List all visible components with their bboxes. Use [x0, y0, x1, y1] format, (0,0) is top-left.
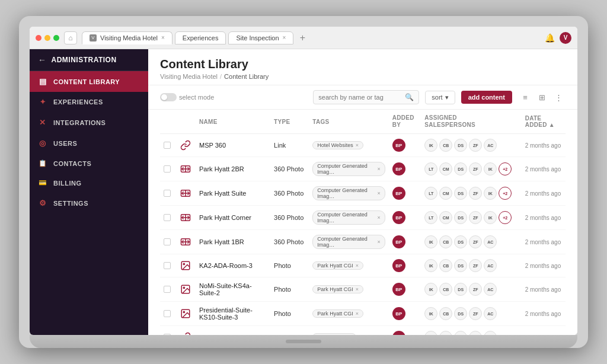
row-name[interactable]: Park Hyatt 1BR	[196, 230, 270, 254]
compact-view-button[interactable]: ⋮	[551, 90, 566, 104]
salesperson-avatar[interactable]: LT	[424, 187, 437, 200]
salesperson-avatar[interactable]: IK	[424, 139, 437, 152]
salesperson-avatar[interactable]: ZF	[469, 139, 482, 152]
salesperson-avatar[interactable]: ZF	[469, 211, 482, 224]
salesperson-avatar[interactable]: LT	[424, 211, 437, 224]
row-checkbox[interactable]	[164, 142, 171, 149]
row-name[interactable]: MSP 360	[196, 134, 270, 157]
sidebar-item-billing[interactable]: 💳 BILLING	[30, 173, 148, 193]
add-content-button[interactable]: add content	[461, 91, 512, 104]
row-name[interactable]: Register for Info!	[196, 326, 270, 336]
row-checkbox[interactable]	[164, 262, 171, 269]
row-name[interactable]: KA2-ADA-Room-3	[196, 254, 270, 277]
salesperson-avatar[interactable]: IK	[424, 235, 437, 248]
salesperson-avatar[interactable]: DS	[454, 235, 467, 248]
list-view-button[interactable]: ≡	[518, 90, 532, 104]
sidebar-item-experiences[interactable]: ✦ EXPERIENCES	[30, 92, 148, 112]
row-name[interactable]: Presidential-Suite-KS10-Suite-3	[196, 302, 270, 326]
grid-view-button[interactable]: ⊞	[535, 90, 549, 104]
salesperson-avatar[interactable]: ZF	[469, 235, 482, 248]
row-checkbox[interactable]	[164, 334, 171, 335]
row-checkbox[interactable]	[164, 238, 171, 245]
salesperson-avatar[interactable]: AC	[484, 283, 497, 296]
salesperson-avatar[interactable]: ZF	[469, 259, 482, 272]
back-icon[interactable]: ←	[38, 55, 47, 65]
salesperson-avatar[interactable]: CB	[439, 259, 452, 272]
salesperson-more[interactable]: +2	[499, 211, 512, 224]
tab-site-inspection[interactable]: Site Inspection ×	[228, 31, 293, 44]
salesperson-more[interactable]: +2	[499, 187, 512, 200]
new-tab-button[interactable]: +	[296, 31, 309, 44]
tag-remove-icon[interactable]: ×	[356, 142, 359, 148]
user-avatar-icon[interactable]: V	[560, 32, 571, 44]
sort-button[interactable]: sort ▾	[425, 91, 455, 104]
row-checkbox[interactable]	[164, 310, 171, 317]
salesperson-avatar[interactable]: CB	[439, 235, 452, 248]
salesperson-avatar[interactable]: CM	[439, 162, 452, 175]
salesperson-avatar[interactable]: IK	[424, 259, 437, 272]
th-date-added[interactable]: DATE ADDED ▲	[522, 110, 566, 134]
salesperson-avatar[interactable]: ZF	[469, 331, 482, 335]
salesperson-avatar[interactable]: DS	[454, 187, 467, 200]
tab-close-site-icon[interactable]: ×	[283, 34, 286, 41]
salesperson-avatar[interactable]: IK	[424, 331, 437, 335]
tag-remove-icon[interactable]: ×	[377, 215, 380, 221]
th-tags[interactable]: TAGS	[309, 110, 388, 134]
salesperson-avatar[interactable]: CM	[439, 211, 452, 224]
salesperson-avatar[interactable]: CB	[439, 307, 452, 320]
home-button[interactable]: ⌂	[64, 31, 77, 44]
salesperson-more[interactable]: +2	[499, 162, 512, 175]
sidebar-item-integrations[interactable]: ✕ INTEGRATIONS	[30, 112, 148, 133]
salesperson-avatar[interactable]: CB	[439, 139, 452, 152]
tag-remove-icon[interactable]: ×	[356, 311, 359, 317]
row-checkbox[interactable]	[164, 190, 171, 197]
tag-remove-icon[interactable]: ×	[349, 334, 352, 335]
salesperson-avatar[interactable]: ZF	[469, 307, 482, 320]
minimize-dot[interactable]	[44, 35, 50, 41]
notification-icon[interactable]: 🔔	[545, 33, 555, 43]
search-box[interactable]: 🔍	[313, 90, 419, 104]
salesperson-avatar[interactable]: DS	[454, 211, 467, 224]
salesperson-avatar[interactable]: AC	[484, 307, 497, 320]
tab-visiting-media[interactable]: V Visiting Media Hotel ×	[82, 31, 172, 44]
maximize-dot[interactable]	[53, 35, 59, 41]
tag-remove-icon[interactable]: ×	[356, 286, 359, 292]
salesperson-avatar[interactable]: IK	[424, 307, 437, 320]
salesperson-avatar[interactable]: LT	[424, 162, 437, 175]
row-name[interactable]: Park Hyatt 2BR	[196, 157, 270, 181]
tab-experiences[interactable]: Experiences	[175, 31, 226, 44]
tag-remove-icon[interactable]: ×	[377, 239, 380, 245]
salesperson-avatar[interactable]: CB	[439, 283, 452, 296]
row-name[interactable]: Park Hyatt Suite	[196, 181, 270, 206]
salesperson-avatar[interactable]: IK	[424, 283, 437, 296]
salesperson-avatar[interactable]: DS	[454, 307, 467, 320]
row-name[interactable]: NoMi-Suite-KS4a-Suite-2	[196, 277, 270, 302]
th-name[interactable]: NAME	[196, 110, 270, 134]
salesperson-avatar[interactable]: AC	[484, 139, 497, 152]
close-dot[interactable]	[36, 35, 41, 41]
th-type[interactable]: TYPE	[270, 110, 309, 134]
search-input[interactable]	[318, 94, 401, 101]
salesperson-avatar[interactable]: ZF	[469, 283, 482, 296]
salesperson-avatar[interactable]: IK	[484, 187, 497, 200]
salesperson-avatar[interactable]: DS	[454, 259, 467, 272]
salesperson-avatar[interactable]: IK	[484, 211, 497, 224]
tag-remove-icon[interactable]: ×	[377, 166, 380, 172]
sidebar-item-content-library[interactable]: ▤ CONTENT LIBRARY	[30, 71, 148, 92]
row-name[interactable]: Park Hyatt Corner	[196, 206, 270, 230]
row-checkbox[interactable]	[164, 165, 171, 173]
select-mode-toggle[interactable]	[160, 93, 177, 101]
tab-close-icon[interactable]: ×	[161, 34, 165, 41]
salesperson-avatar[interactable]: ZF	[469, 187, 482, 200]
sidebar-item-users[interactable]: ◎ USERS	[30, 133, 148, 154]
salesperson-avatar[interactable]: CB	[439, 331, 452, 335]
salesperson-avatar[interactable]: ZF	[469, 162, 482, 175]
tag-remove-icon[interactable]: ×	[356, 263, 359, 269]
tag-remove-icon[interactable]: ×	[377, 190, 380, 196]
salesperson-avatar[interactable]: DS	[454, 162, 467, 175]
salesperson-avatar[interactable]: AC	[484, 235, 497, 248]
row-checkbox[interactable]	[164, 214, 171, 221]
salesperson-avatar[interactable]: AC	[484, 259, 497, 272]
salesperson-avatar[interactable]: DS	[454, 139, 467, 152]
row-checkbox[interactable]	[164, 286, 171, 293]
